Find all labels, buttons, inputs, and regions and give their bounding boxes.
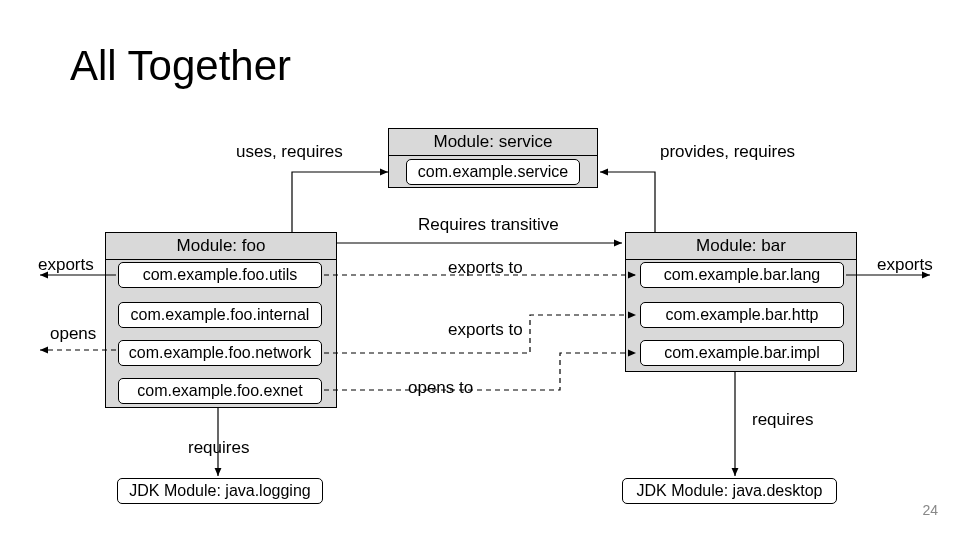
pkg-foo-exnet: com.example.foo.exnet — [118, 378, 322, 404]
slide-title: All Together — [70, 42, 291, 90]
label-opens-to: opens to — [408, 378, 473, 398]
pkg-foo-network: com.example.foo.network — [118, 340, 322, 366]
label-opens: opens — [50, 324, 96, 344]
label-requires-transitive: Requires transitive — [418, 215, 559, 235]
pkg-bar-impl: com.example.bar.impl — [640, 340, 844, 366]
label-exports-right: exports — [877, 255, 933, 275]
pkg-bar-lang: com.example.bar.lang — [640, 262, 844, 288]
label-requires-foo: requires — [188, 438, 249, 458]
label-requires-bar: requires — [752, 410, 813, 430]
pkg-service: com.example.service — [406, 159, 580, 185]
label-provides-requires: provides, requires — [660, 142, 795, 162]
module-service-title: Module: service — [389, 129, 597, 156]
label-exports-to-1: exports to — [448, 258, 523, 278]
label-exports-left: exports — [38, 255, 94, 275]
module-foo-title: Module: foo — [106, 233, 336, 260]
label-uses-requires: uses, requires — [236, 142, 343, 162]
slide-number: 24 — [922, 502, 938, 518]
label-exports-to-2: exports to — [448, 320, 523, 340]
pkg-bar-http: com.example.bar.http — [640, 302, 844, 328]
jdk-desktop: JDK Module: java.desktop — [622, 478, 837, 504]
jdk-logging: JDK Module: java.logging — [117, 478, 323, 504]
module-bar-title: Module: bar — [626, 233, 856, 260]
pkg-foo-utils: com.example.foo.utils — [118, 262, 322, 288]
pkg-foo-internal: com.example.foo.internal — [118, 302, 322, 328]
